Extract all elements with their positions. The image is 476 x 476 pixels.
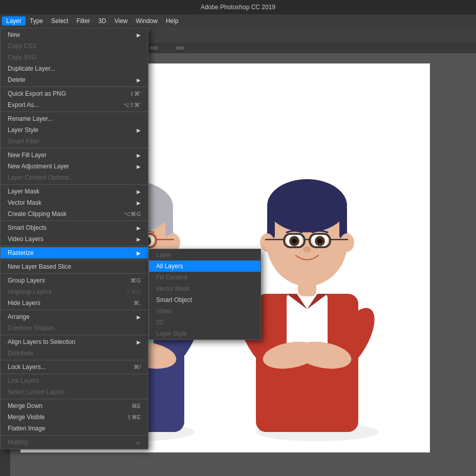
menu-row-merge-visible[interactable]: Merge Visible ⇧⌘E — [1, 412, 148, 423]
menu-row-smart-filter: Smart Filter — [1, 136, 148, 147]
menu-row-new-fill[interactable]: New Fill Layer ▶ — [1, 149, 148, 161]
sub-row-layer-rasterize-disabled: Layer — [149, 249, 261, 261]
menu-item-layer[interactable]: Layer — [2, 16, 26, 26]
menu-item-view[interactable]: View — [110, 16, 132, 26]
arrow-icon: ▶ — [137, 32, 141, 38]
menu-section-rasterize: Rasterize ▶ — [1, 246, 148, 260]
menu-section-2: Quick Export as PNG ⇧⌘' Export As... ⌥⇧⌘… — [1, 87, 148, 112]
menu-row-layer-style[interactable]: Layer Style ▶ — [1, 124, 148, 136]
arrow-icon: ▶ — [137, 164, 141, 169]
svg-point-43 — [267, 179, 347, 232]
arrow-icon: ▶ — [137, 189, 141, 194]
menu-item-help[interactable]: Help — [162, 16, 183, 26]
arrow-icon: ▶ — [137, 250, 141, 256]
sub-row-layer-style-rasterize: Layer Style — [149, 328, 261, 339]
menu-section-3: Rename Layer... Layer Style ▶ Smart Filt… — [1, 112, 148, 148]
arrow-icon: ▶ — [137, 127, 141, 133]
rasterize-submenu: Layer All Layers Fill Content Vector Mas… — [148, 249, 261, 340]
menu-row-duplicate[interactable]: Duplicate Layer... — [1, 63, 148, 74]
menu-row-matting: Matting ▶ — [1, 437, 148, 448]
menu-row-group-layers[interactable]: Group Layers ⌘G — [1, 275, 148, 286]
menu-row-new-slice[interactable]: New Layer Based Slice — [1, 261, 148, 272]
menu-item-3d[interactable]: 3D — [94, 16, 110, 26]
sub-row-3d-rasterize: 3D — [149, 317, 261, 328]
ruler-tick: 900 — [176, 46, 184, 51]
sub-row-vector-mask-rasterize: Vector Mask — [149, 283, 261, 294]
svg-rect-16 — [165, 207, 173, 237]
menu-row-ungroup: Ungroup Layers ⇧⌘G — [1, 286, 148, 297]
menu-row-arrange[interactable]: Arrange ▶ — [1, 311, 148, 322]
menu-row-link-layers: Link Layers — [1, 375, 148, 386]
menu-row-align[interactable]: Align Layers to Selection ▶ — [1, 336, 148, 348]
sub-row-fill-content: Fill Content — [149, 272, 261, 283]
layer-menu: New ▶ Copy CSS Copy SVG Duplicate Layer.… — [0, 28, 148, 449]
menu-row-export-as[interactable]: Export As... ⌥⇧⌘' — [1, 99, 148, 111]
menu-section-14: Merge Down ⌘E Merge Visible ⇧⌘E Flatten … — [1, 399, 148, 436]
svg-point-52 — [292, 239, 297, 244]
menu-row-lock-layers[interactable]: Lock Layers... ⌘/ — [1, 361, 148, 373]
arrow-icon: ▶ — [137, 77, 141, 83]
menu-row-hide-layers[interactable]: Hide Layers ⌘, — [1, 297, 148, 309]
menu-section-8: New Layer Based Slice — [1, 260, 148, 274]
menu-item-select[interactable]: Select — [47, 16, 72, 26]
sub-row-all-layers[interactable]: All Layers — [149, 261, 261, 272]
menu-row-smart-objects[interactable]: Smart Objects ▶ — [1, 222, 148, 233]
menu-row-distribute: Distribute — [1, 348, 148, 359]
menu-row-select-linked: Select Linked Layers — [1, 386, 148, 398]
arrow-icon: ▶ — [137, 440, 141, 445]
menu-section-10: Arrange ▶ Combine Shapes — [1, 310, 148, 335]
menu-section-4: New Fill Layer ▶ New Adjustment Layer ▶ … — [1, 148, 148, 185]
menu-row-new-adjustment[interactable]: New Adjustment Layer ▶ — [1, 161, 148, 172]
arrow-icon: ▶ — [137, 339, 141, 345]
menu-row-copy-svg: Copy SVG — [1, 52, 148, 63]
svg-point-46 — [260, 233, 274, 252]
title-text: Adobe Photoshop CC 2019 — [201, 4, 275, 11]
menu-row-quick-export[interactable]: Quick Export as PNG ⇧⌘' — [1, 88, 148, 99]
menu-row-delete[interactable]: Delete ▶ — [1, 74, 148, 85]
ruler-tick: 800 — [150, 46, 158, 51]
svg-point-47 — [340, 233, 354, 252]
menu-bar: Layer Type Select Filter 3D View Window … — [0, 14, 476, 28]
menu-item-type[interactable]: Type — [26, 16, 47, 26]
arrow-icon: ▶ — [137, 153, 141, 158]
menu-row-flatten[interactable]: Flatten Image — [1, 423, 148, 434]
arrow-icon: ▶ — [137, 314, 141, 320]
menu-section-9: Group Layers ⌘G Ungroup Layers ⇧⌘G Hide … — [1, 274, 148, 310]
menu-section-13: Link Layers Select Linked Layers — [1, 374, 148, 399]
svg-point-59 — [303, 246, 311, 252]
arrow-icon: ▶ — [137, 236, 141, 242]
menu-row-rename[interactable]: Rename Layer... — [1, 113, 148, 124]
menu-row-layer-content: Layer Content Options... — [1, 172, 148, 183]
menu-section-12: Lock Layers... ⌘/ — [1, 360, 148, 374]
menu-section-11: Align Layers to Selection ▶ Distribute — [1, 335, 148, 360]
menu-item-filter[interactable]: Filter — [72, 16, 94, 26]
arrow-icon: ▶ — [137, 225, 141, 231]
sub-row-video-rasterize: Video — [149, 306, 261, 317]
arrow-icon: ▶ — [137, 200, 141, 206]
menu-section-1: New ▶ Copy CSS Copy SVG Duplicate Layer.… — [1, 28, 148, 87]
menu-row-rasterize[interactable]: Rasterize ▶ — [1, 247, 148, 258]
menu-section-15: Matting ▶ — [1, 436, 148, 449]
menu-row-layer-mask[interactable]: Layer Mask ▶ — [1, 186, 148, 197]
menu-row-merge-down[interactable]: Merge Down ⌘E — [1, 400, 148, 412]
menu-section-6: Smart Objects ▶ Video Layers ▶ — [1, 221, 148, 246]
menu-row-combine-shapes: Combine Shapes — [1, 322, 148, 334]
menu-row-video-layers[interactable]: Video Layers ▶ — [1, 233, 148, 245]
title-bar: Adobe Photoshop CC 2019 — [0, 0, 476, 14]
menu-row-new[interactable]: New ▶ — [1, 29, 148, 40]
menu-item-window[interactable]: Window — [132, 16, 162, 26]
sub-row-smart-object-rasterize[interactable]: Smart Object — [149, 294, 261, 306]
menu-section-5: Layer Mask ▶ Vector Mask ▶ Create Clippi… — [1, 185, 148, 221]
menu-row-vector-mask[interactable]: Vector Mask ▶ — [1, 197, 148, 208]
menu-row-copy-css: Copy CSS — [1, 40, 148, 52]
menu-row-clipping-mask[interactable]: Create Clipping Mask ⌥⌘G — [1, 208, 148, 220]
svg-point-53 — [317, 239, 322, 244]
